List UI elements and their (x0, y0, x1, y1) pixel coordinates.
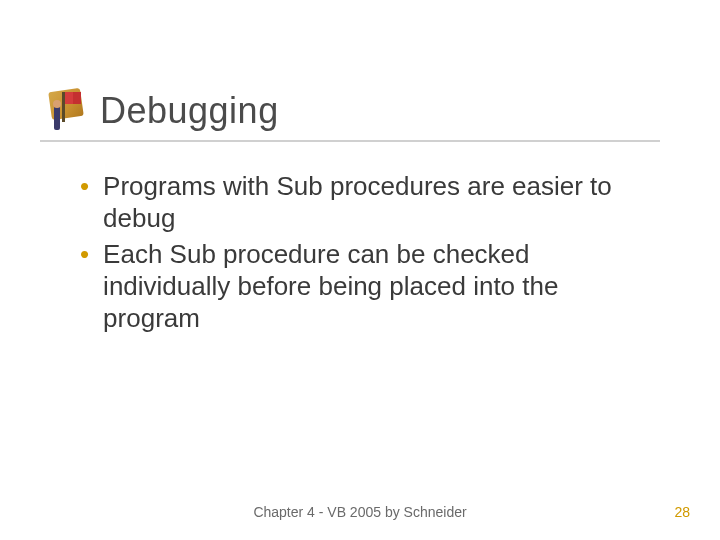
list-item: • Each Sub procedure can be checked indi… (80, 238, 640, 334)
title-underline (40, 140, 660, 142)
bullet-text: Each Sub procedure can be checked indivi… (103, 238, 640, 334)
list-item: • Programs with Sub procedures are easie… (80, 170, 640, 234)
bullet-text: Programs with Sub procedures are easier … (103, 170, 640, 234)
slide-title: Debugging (100, 90, 279, 132)
bullet-dot-icon: • (80, 238, 89, 270)
person-icon (54, 106, 60, 130)
slide: Debugging • Programs with Sub procedures… (0, 0, 720, 540)
footer-text: Chapter 4 - VB 2005 by Schneider (0, 504, 720, 520)
bullet-dot-icon: • (80, 170, 89, 202)
slide-icon (48, 86, 88, 136)
flag-icon (62, 92, 65, 122)
page-number: 28 (674, 504, 690, 520)
bullet-list: • Programs with Sub procedures are easie… (80, 170, 640, 338)
